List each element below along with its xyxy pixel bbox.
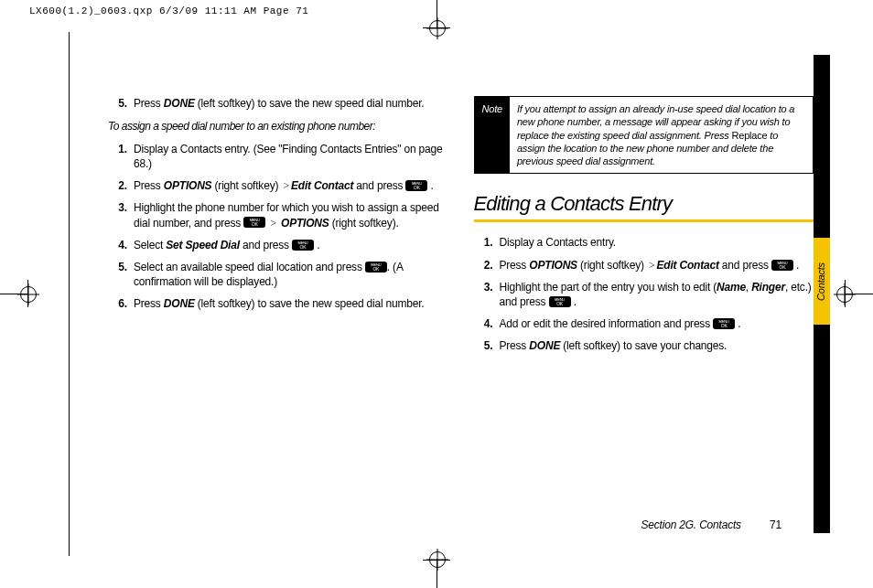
list-item: Display a Contacts entry. xyxy=(496,235,814,250)
text: Select an available speed dial location … xyxy=(134,261,365,273)
section-title: Editing a Contacts Entry xyxy=(474,192,814,216)
text: (right softkey) xyxy=(211,179,281,192)
field-name: Ringer xyxy=(751,281,785,294)
text: Highlight the part of the entry you wish… xyxy=(500,281,717,294)
list-item: Press DONE (left softkey) to save your c… xyxy=(496,338,814,353)
list-item: Press OPTIONS (right softkey) >Edit Cont… xyxy=(130,178,448,193)
page-body: Press DONE (left softkey) to save the ne… xyxy=(108,96,814,533)
ok-key-icon xyxy=(549,296,571,307)
ok-key-icon xyxy=(292,240,314,251)
softkey-name: DONE xyxy=(164,297,195,310)
text: Select xyxy=(134,239,166,251)
text: (right softkey) xyxy=(577,259,647,272)
list-item: Highlight the part of the entry you wish… xyxy=(496,280,814,309)
registration-mark xyxy=(836,286,853,303)
text: Press xyxy=(134,97,164,110)
thumb-index-label: Contacts xyxy=(815,254,826,309)
ok-key-icon xyxy=(405,180,427,191)
softkey-name: DONE xyxy=(164,97,195,110)
registration-mark xyxy=(20,286,37,303)
note-body: If you attempt to assign an already in-u… xyxy=(510,97,813,173)
arrow-icon: > xyxy=(647,259,657,272)
text: and press xyxy=(353,179,405,192)
text: (left softkey) to save the new speed dia… xyxy=(195,97,425,110)
softkey-name: OPTIONS xyxy=(164,179,212,192)
arrow-icon: > xyxy=(281,179,291,192)
trim-line xyxy=(69,32,70,556)
text: and press xyxy=(240,239,292,251)
arrow-icon: > xyxy=(268,217,278,230)
softkey-name: DONE xyxy=(529,339,560,352)
right-column: Note If you attempt to assign an already… xyxy=(474,96,814,533)
list-item: Press DONE (left softkey) to save the ne… xyxy=(130,96,448,111)
softkey-name: OPTIONS xyxy=(529,259,577,272)
key-name: Replace xyxy=(732,130,768,141)
field-name: Name xyxy=(717,281,746,294)
intro-paragraph: To assign a speed dial number to an exis… xyxy=(108,120,448,134)
ok-key-icon xyxy=(713,318,735,329)
page-number: 71 xyxy=(770,519,781,531)
text: and press xyxy=(719,259,771,272)
softkey-name: OPTIONS xyxy=(281,217,329,230)
footer-section: Section 2G. Contacts xyxy=(641,519,741,531)
list-item: Press DONE (left softkey) to save the ne… xyxy=(130,296,448,311)
crop-header: LX600(1.2)_0603.qxp 6/3/09 11:11 AM Page… xyxy=(29,5,308,16)
list-item: Press OPTIONS (right softkey) >Edit Cont… xyxy=(496,258,814,273)
list-item: Select an available speed dial location … xyxy=(130,260,448,289)
text: Add or edit the desired information and … xyxy=(500,317,714,330)
menu-name: Edit Contact xyxy=(656,259,718,272)
text: (right softkey). xyxy=(329,217,399,230)
text: Press xyxy=(134,297,164,310)
registration-mark xyxy=(429,551,446,568)
section-rule xyxy=(474,219,814,222)
left-column: Press DONE (left softkey) to save the ne… xyxy=(108,96,448,533)
ok-key-icon xyxy=(365,262,387,273)
text: Press xyxy=(500,259,530,272)
ok-key-icon xyxy=(243,217,265,228)
thumb-index-tab: Contacts xyxy=(814,238,830,325)
text: (left softkey) to save your changes. xyxy=(560,339,727,352)
menu-name: Edit Contact xyxy=(291,179,353,192)
list-item: Display a Contacts entry. (See "Finding … xyxy=(130,142,448,171)
text: (left softkey) to save the new speed dia… xyxy=(195,297,425,310)
note-box: Note If you attempt to assign an already… xyxy=(474,96,814,174)
list-item: Select Set Speed Dial and press . xyxy=(130,238,448,252)
ok-key-icon xyxy=(771,260,793,271)
text: Press xyxy=(500,339,530,352)
page-footer: Section 2G. Contacts 71 xyxy=(641,519,782,531)
menu-name: Set Speed Dial xyxy=(166,239,240,251)
registration-mark xyxy=(429,20,446,37)
list-item: Highlight the phone number for which you… xyxy=(130,200,448,230)
text: Press xyxy=(134,179,164,192)
list-item: Add or edit the desired information and … xyxy=(496,316,814,331)
note-label: Note xyxy=(475,97,510,173)
